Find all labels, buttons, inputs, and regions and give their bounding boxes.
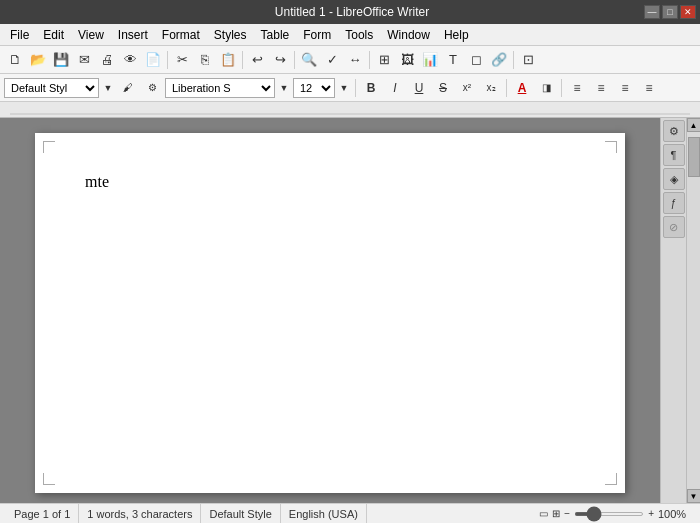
zoom-percent[interactable]: 100% (658, 508, 694, 520)
vertical-scrollbar[interactable]: ▲ ▼ (686, 118, 700, 503)
font-size-select[interactable]: 12 (293, 78, 335, 98)
status-right-area: ▭ ⊞ − + 100% (539, 508, 694, 520)
toolbar-button[interactable]: 📋 (217, 49, 239, 71)
document-page[interactable]: mte (35, 133, 625, 493)
functions-panel-button[interactable]: ƒ (663, 192, 685, 214)
view-normal-button[interactable]: ▭ (539, 508, 548, 519)
ruler (0, 102, 700, 118)
underline-button[interactable]: U (408, 77, 430, 99)
style-btn2[interactable]: ⚙ (141, 77, 163, 99)
styles-panel-button[interactable]: ¶ (663, 144, 685, 166)
corner-mark-bl (43, 473, 55, 485)
toolbar-button[interactable]: 👁 (119, 49, 141, 71)
subscript-button[interactable]: x₂ (480, 77, 502, 99)
size-dropdown-btn[interactable]: ▼ (337, 77, 351, 99)
corner-mark-tl (43, 141, 55, 153)
toolbar-button[interactable]: 📄 (142, 49, 164, 71)
menu-item-window[interactable]: Window (381, 26, 436, 44)
toolbar-button[interactable]: ↩ (246, 49, 268, 71)
align-justify-button[interactable]: ≡ (638, 77, 660, 99)
document-text[interactable]: mte (85, 173, 575, 373)
page-count[interactable]: Page 1 of 1 (6, 504, 79, 523)
scroll-down-button[interactable]: ▼ (687, 489, 701, 503)
corner-mark-br (605, 473, 617, 485)
main-area: mte ⚙ ¶ ◈ ƒ ⊘ ▲ ▼ (0, 118, 700, 503)
align-center-button[interactable]: ≡ (590, 77, 612, 99)
bold-button[interactable]: B (360, 77, 382, 99)
menu-item-insert[interactable]: Insert (112, 26, 154, 44)
properties-panel-button[interactable]: ⚙ (663, 120, 685, 142)
strikethrough-button[interactable]: S (432, 77, 454, 99)
zoom-in-button[interactable]: + (648, 508, 654, 519)
titlebar: Untitled 1 - LibreOffice Writer — □ ✕ (0, 0, 700, 24)
window-title: Untitled 1 - LibreOffice Writer (60, 5, 644, 19)
paragraph-style-select[interactable]: Default Styl (4, 78, 99, 98)
toolbar-button[interactable]: 🗋 (4, 49, 26, 71)
toolbar-separator (242, 51, 243, 69)
maximize-button[interactable]: □ (662, 5, 678, 19)
toolbar-separator (167, 51, 168, 69)
toolbar-button[interactable]: 🔗 (488, 49, 510, 71)
toolbar-button[interactable]: 🔍 (298, 49, 320, 71)
statusbar: Page 1 of 1 1 words, 3 characters Defaul… (0, 503, 700, 523)
minimize-button[interactable]: — (644, 5, 660, 19)
corner-mark-tr (605, 141, 617, 153)
menu-item-edit[interactable]: Edit (37, 26, 70, 44)
toolbar-button[interactable]: ✓ (321, 49, 343, 71)
block-panel-button[interactable]: ⊘ (663, 216, 685, 238)
right-sidebar: ⚙ ¶ ◈ ƒ ⊘ (660, 118, 686, 503)
toolbar1: 🗋📂💾✉🖨👁📄✂⎘📋↩↪🔍✓↔⊞🖼📊T◻🔗⊡ (0, 46, 700, 74)
toolbar-button[interactable]: ⊡ (517, 49, 539, 71)
menubar: FileEditViewInsertFormatStylesTableFormT… (0, 24, 700, 46)
toolbar-separator (294, 51, 295, 69)
toolbar-button[interactable]: ⊞ (373, 49, 395, 71)
align-left-button[interactable]: ≡ (566, 77, 588, 99)
highlight-button[interactable]: ◨ (535, 77, 557, 99)
menu-item-help[interactable]: Help (438, 26, 475, 44)
view-web-button[interactable]: ⊞ (552, 508, 560, 519)
word-count[interactable]: 1 words, 3 characters (79, 504, 201, 523)
toolbar-separator (513, 51, 514, 69)
toolbar-button[interactable]: 🖨 (96, 49, 118, 71)
paragraph-style-status[interactable]: Default Style (201, 504, 280, 523)
scroll-track[interactable] (687, 132, 701, 489)
window-controls[interactable]: — □ ✕ (644, 5, 700, 19)
toolbar-button[interactable]: 📊 (419, 49, 441, 71)
menu-item-table[interactable]: Table (255, 26, 296, 44)
superscript-button[interactable]: x² (456, 77, 478, 99)
menu-item-form[interactable]: Form (297, 26, 337, 44)
style-dropdown-btn[interactable]: ▼ (101, 77, 115, 99)
font-dropdown-btn[interactable]: ▼ (277, 77, 291, 99)
menu-item-view[interactable]: View (72, 26, 110, 44)
toolbar-button[interactable]: 💾 (50, 49, 72, 71)
scroll-thumb[interactable] (688, 137, 700, 177)
language-status[interactable]: English (USA) (281, 504, 367, 523)
zoom-out-button[interactable]: − (564, 508, 570, 519)
ruler-body (10, 102, 690, 117)
toolbar-button[interactable]: ✂ (171, 49, 193, 71)
toolbar-button[interactable]: T (442, 49, 464, 71)
toolbar-button[interactable]: 📂 (27, 49, 49, 71)
italic-button[interactable]: I (384, 77, 406, 99)
toolbar-separator (369, 51, 370, 69)
toolbar-button[interactable]: ⎘ (194, 49, 216, 71)
menu-item-file[interactable]: File (4, 26, 35, 44)
font-color-button[interactable]: A (511, 77, 533, 99)
toolbar-button[interactable]: ✉ (73, 49, 95, 71)
canvas-area[interactable]: mte (0, 118, 660, 503)
toolbar2: Default Styl ▼ 🖌 ⚙ Liberation S ▼ 12 ▼ B… (0, 74, 700, 102)
scroll-up-button[interactable]: ▲ (687, 118, 701, 132)
toolbar-button[interactable]: 🖼 (396, 49, 418, 71)
align-right-button[interactable]: ≡ (614, 77, 636, 99)
menu-item-format[interactable]: Format (156, 26, 206, 44)
toolbar-button[interactable]: ↔ (344, 49, 366, 71)
style-btn1[interactable]: 🖌 (117, 77, 139, 99)
zoom-slider[interactable] (574, 512, 644, 516)
font-select[interactable]: Liberation S (165, 78, 275, 98)
close-button[interactable]: ✕ (680, 5, 696, 19)
toolbar-button[interactable]: ↪ (269, 49, 291, 71)
menu-item-tools[interactable]: Tools (339, 26, 379, 44)
toolbar-button[interactable]: ◻ (465, 49, 487, 71)
gallery-panel-button[interactable]: ◈ (663, 168, 685, 190)
menu-item-styles[interactable]: Styles (208, 26, 253, 44)
